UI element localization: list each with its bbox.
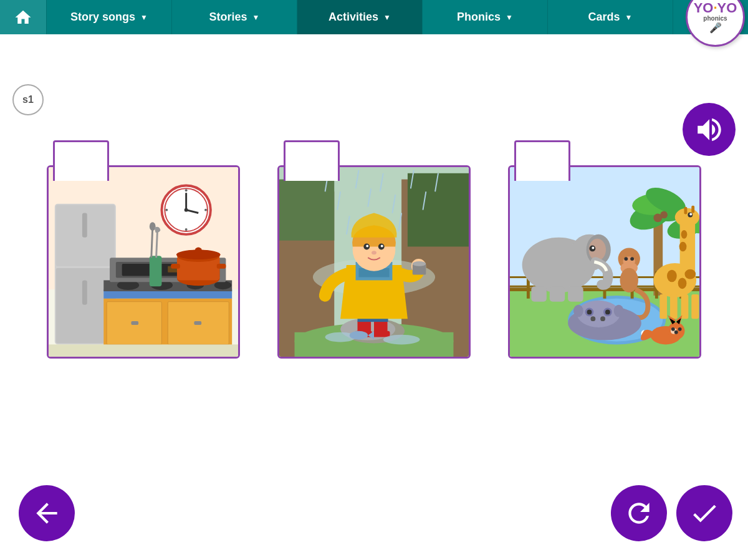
kitchen-illustration [49,167,238,357]
svg-point-82 [350,331,368,340]
svg-point-9 [185,228,188,231]
svg-point-6 [185,208,188,212]
svg-point-125 [667,270,677,282]
svg-point-33 [150,222,156,231]
svg-rect-134 [659,294,667,319]
main-content: s1 [0,34,748,560]
svg-line-34 [156,229,158,258]
check-icon [689,498,720,529]
svg-point-153 [674,331,678,334]
svg-rect-135 [670,294,678,319]
svg-point-146 [573,305,583,317]
svg-point-120 [630,257,634,261]
svg-point-79 [372,251,376,254]
nav-story-songs[interactable]: Story songs ▼ [47,0,172,34]
svg-point-78 [381,245,383,248]
chevron-down-icon: ▼ [140,13,148,22]
svg-point-131 [689,213,692,216]
card-image-rain [277,165,471,359]
svg-point-129 [681,230,688,239]
chevron-down-icon: ▼ [625,13,633,22]
nav-phonics[interactable]: Phonics ▼ [423,0,548,34]
nav-activities[interactable]: Activities ▼ [297,0,423,34]
rain-illustration [279,167,469,357]
card-zoo[interactable] [508,140,701,359]
card-tab-2 [284,140,340,181]
svg-rect-15 [82,280,87,304]
back-button[interactable] [19,485,75,541]
card-tab-1 [53,140,109,181]
card-image-zoo [508,165,701,359]
svg-point-143 [605,309,610,314]
svg-point-151 [671,327,675,331]
retry-button[interactable] [611,485,667,541]
nav-cards[interactable]: Cards ▼ [548,0,673,34]
svg-point-26 [214,281,231,289]
svg-point-73 [413,261,426,266]
svg-point-142 [587,309,592,314]
nav-stories[interactable]: Stories ▼ [172,0,297,34]
svg-point-145 [600,316,605,321]
retry-icon [623,498,654,529]
svg-point-128 [679,242,687,252]
home-button[interactable] [0,0,47,34]
svg-rect-136 [681,294,689,319]
svg-rect-115 [568,286,583,302]
svg-rect-137 [691,294,699,319]
svg-line-32 [151,228,153,258]
svg-rect-20 [131,321,138,325]
chevron-down-icon: ▼ [252,13,260,22]
svg-rect-47 [408,173,469,247]
svg-point-8 [204,209,207,211]
zoo-illustration [510,167,699,357]
svg-rect-31 [150,256,162,286]
chevron-down-icon: ▼ [506,13,513,22]
svg-rect-113 [531,286,547,302]
svg-rect-67 [373,331,390,337]
svg-point-10 [165,209,168,211]
svg-rect-39 [217,264,226,269]
chevron-down-icon: ▼ [383,13,391,22]
card-rain[interactable] [277,140,471,359]
logo-container: YO·YO phonics 🎤 [673,0,748,34]
card-tab-3 [514,140,570,181]
svg-point-126 [678,278,687,289]
check-button[interactable] [676,485,732,541]
svg-rect-38 [171,264,180,269]
svg-rect-42 [49,344,238,357]
cards-container [0,140,748,359]
svg-rect-21 [194,321,201,325]
svg-point-147 [614,305,624,317]
svg-point-152 [678,327,682,331]
svg-point-77 [366,245,368,248]
card-image-kitchen [47,165,240,359]
back-icon [31,498,62,529]
svg-rect-114 [550,286,565,302]
svg-point-119 [624,257,628,261]
svg-point-7 [185,189,188,191]
card-kitchen[interactable] [47,140,240,359]
svg-point-144 [590,316,595,321]
svg-point-93 [660,211,668,219]
s1-badge: s1 [12,84,44,115]
svg-rect-14 [82,213,87,238]
svg-point-41 [194,247,202,254]
svg-point-112 [592,246,594,249]
svg-rect-133 [691,206,694,213]
svg-point-127 [684,269,696,279]
home-icon [14,8,32,27]
navigation-bar: Story songs ▼ Stories ▼ Activities ▼ Pho… [0,0,748,34]
svg-point-81 [383,335,420,345]
svg-rect-132 [684,207,687,215]
svg-point-139 [577,301,620,327]
